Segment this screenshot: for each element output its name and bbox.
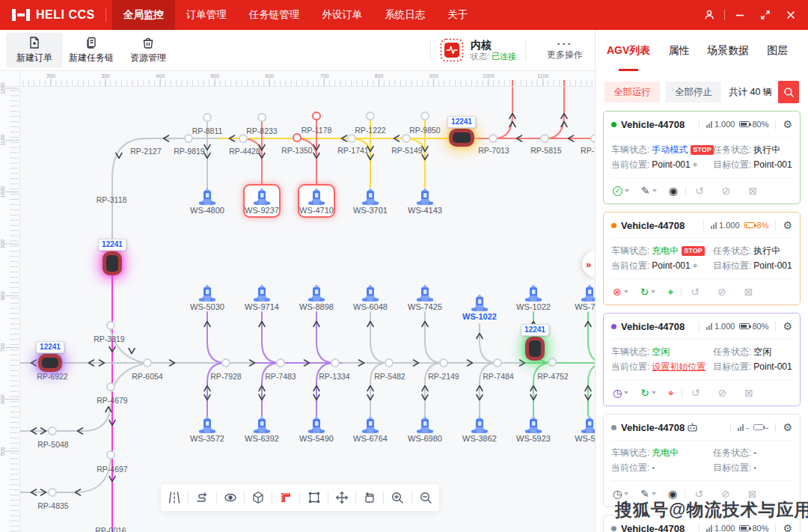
route-icon[interactable] [194,489,210,506]
map-station[interactable]: WS-8898 [293,284,340,311]
resource-manage-button[interactable]: 资源管理 [120,33,177,67]
map-station[interactable]: WS-9237 [243,184,281,218]
map-station[interactable]: WS-3572 [183,416,231,443]
map-station[interactable]: WS-6764 [346,416,394,443]
pin-icon[interactable]: ◉ [668,489,677,499]
pin-icon[interactable]: ◉ [669,186,678,196]
map-node[interactable] [185,135,192,142]
map-station[interactable]: WS-3862 [456,416,504,443]
locate-icon[interactable]: ⌖ [693,260,698,272]
map-station[interactable]: WS-5030 [183,284,231,311]
new-order-button[interactable]: 新建订单 [6,33,63,67]
cancel-task-icon[interactable]: ⊠ [748,489,757,499]
vehicle-card[interactable]: Vehicle-44708 1.000 80% ⚙ 车辆状态: 空闲 任务状态:… [603,313,801,406]
gear-icon[interactable]: ⚙ [783,421,792,433]
map-node[interactable] [107,451,114,459]
map-node[interactable] [222,359,230,367]
menu-item-5[interactable]: 关于 [436,0,479,30]
menu-item-3[interactable]: 外设订单 [310,0,373,30]
panel-tab-1[interactable]: 属性 [668,30,689,71]
menu-item-1[interactable]: 订单管理 [175,0,238,30]
zoom-in-icon[interactable] [389,489,405,506]
frame-icon[interactable] [306,489,322,506]
map-station[interactable]: WS-6980 [401,416,449,443]
map-node[interactable] [49,427,56,435]
history-icon[interactable]: ◷ [613,388,628,398]
map-vehicle[interactable] [38,354,62,372]
menu-item-0[interactable]: 全局监控 [112,0,175,30]
map-station[interactable]: WS-790 [566,284,595,311]
map-node[interactable] [541,135,548,142]
map-node[interactable] [403,135,410,142]
map-vehicle[interactable] [449,129,474,147]
map-station[interactable]: WS-579 [566,416,595,443]
route-edit-icon[interactable]: ✎ [640,489,656,499]
map-station[interactable]: WS-6048 [346,284,394,311]
map-node[interactable] [293,134,301,141]
map-station[interactable]: WS-1022 [456,294,504,321]
zoom-out-icon[interactable] [417,489,434,506]
map-station[interactable]: WS-4710 [298,184,335,218]
disable-icon[interactable]: ⊘ [722,186,731,196]
disable-icon[interactable]: ⊘ [717,287,726,297]
maximize-button[interactable] [753,0,778,30]
menu-item-2[interactable]: 任务链管理 [238,0,311,30]
gear-icon[interactable]: ⚙ [783,320,792,332]
locate-icon[interactable]: ⌖ [693,159,698,171]
close-icon[interactable] [778,0,804,30]
map-node[interactable] [239,135,247,142]
lane-icon[interactable] [166,489,183,506]
map-node[interactable] [331,359,339,367]
measure-icon[interactable] [278,489,294,506]
gauge-icon[interactable]: ◷ [613,489,628,499]
route-edit-icon[interactable]: ✎ [641,186,657,196]
map-node[interactable] [591,135,595,142]
map-node[interactable] [258,114,266,121]
map-vehicle[interactable] [102,251,122,275]
relocate-icon[interactable]: ↺ [695,186,704,196]
panel-tab-3[interactable]: 图层 [767,30,788,71]
new-task-chain-button[interactable]: 新建任务链 [63,33,120,67]
map-node[interactable] [277,359,284,367]
map-node[interactable] [494,359,501,367]
vehicle-card[interactable]: Vehicle-44708 - - ⚙ 车辆状态: 充电中 任务状态: - 当前… [603,414,801,507]
stop-mode-icon[interactable]: ⊗ [613,287,628,297]
gear-icon[interactable]: ⚙ [783,118,792,130]
panel-tab-0[interactable]: AGV列表 [607,30,650,71]
locate-off-icon[interactable]: ⌖ [668,388,674,398]
loop-route-icon[interactable]: ↻ [640,388,656,398]
disable-icon[interactable]: ⊘ [718,388,727,398]
move-icon[interactable] [334,489,350,506]
relocate-icon[interactable]: ↺ [694,489,703,499]
map-station[interactable]: WS-4143 [401,188,449,215]
loop-route-icon[interactable]: ↻ [640,287,656,297]
vehicle-card[interactable]: Vehicle-44708 1.000 80% ⚙ 车辆状态: 手动模式STOP… [603,111,801,204]
map-station[interactable]: WS-5923 [509,416,557,443]
map-station[interactable]: WS-4800 [183,188,231,215]
map-station[interactable]: WS-7425 [401,284,449,311]
map-node[interactable] [548,358,556,366]
map-node[interactable] [49,489,56,496]
cancel-task-icon[interactable]: ⊠ [744,287,753,297]
rotate-icon[interactable] [361,489,378,506]
panel-tab-2[interactable]: 场景数据 [707,30,749,71]
user-icon[interactable] [697,0,722,30]
cancel-task-icon[interactable]: ⊠ [748,186,757,196]
relocate-icon[interactable]: ↺ [691,287,700,297]
map-station[interactable]: WS-3701 [346,188,394,215]
cube-icon[interactable] [250,489,266,506]
map-station[interactable]: WS-5490 [293,416,340,443]
map-vehicle[interactable] [525,337,545,361]
gear-icon[interactable]: ⚙ [783,219,792,231]
map-station[interactable]: WS-9714 [238,284,286,311]
menu-item-4[interactable]: 系统日志 [373,0,436,30]
stop-all-button[interactable]: 全部停止 [666,82,721,103]
map-station[interactable]: WS-6392 [238,416,286,443]
minimize-button[interactable] [727,0,753,30]
gear-icon[interactable]: ⚙ [783,522,792,532]
map-node[interactable] [385,359,393,367]
enable-icon[interactable]: ✓ [613,186,629,196]
cancel-task-icon[interactable]: ⊠ [744,388,753,398]
map-node[interactable] [421,112,429,120]
relocate-icon[interactable]: ↺ [691,388,700,398]
